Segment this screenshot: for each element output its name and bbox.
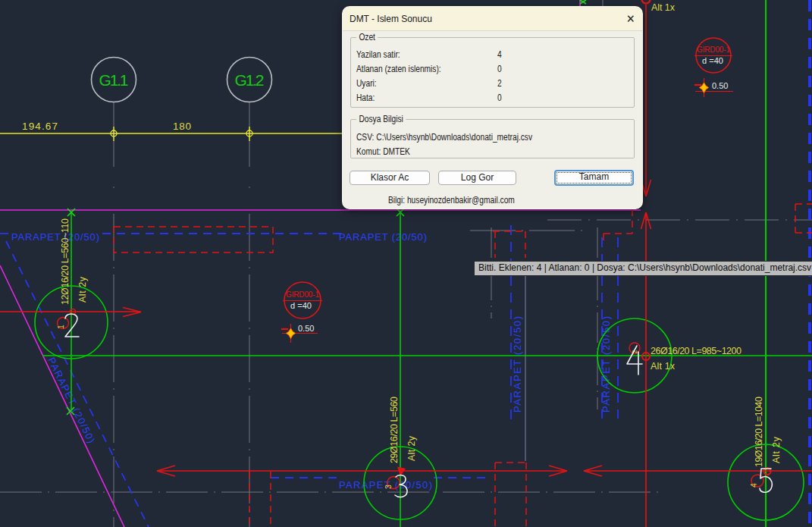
svg-text:PARAPET (20/50): PARAPET (20/50) xyxy=(512,316,523,413)
svg-text:GIRD00-1: GIRD00-1 xyxy=(697,45,730,54)
svg-text:Alt 2y: Alt 2y xyxy=(771,436,782,463)
svg-text:194.67: 194.67 xyxy=(22,121,58,132)
svg-text:G1.2: G1.2 xyxy=(235,71,265,89)
svg-text:GIRD00-1: GIRD00-1 xyxy=(286,290,319,299)
svg-text:Alt 1x: Alt 1x xyxy=(651,2,676,13)
svg-text:12Ø16/20 L=560~110: 12Ø16/20 L=560~110 xyxy=(60,218,71,305)
svg-text:0.50: 0.50 xyxy=(298,324,314,333)
svg-text:0.50: 0.50 xyxy=(712,81,728,90)
svg-text:3: 3 xyxy=(384,485,393,489)
svg-text:4: 4 xyxy=(749,483,758,488)
svg-text:Alt 1x: Alt 1x xyxy=(651,361,676,372)
svg-text:d =40: d =40 xyxy=(702,56,723,65)
svg-text:d =40: d =40 xyxy=(290,301,312,310)
svg-text:PARAPET (20/50): PARAPET (20/50) xyxy=(339,231,427,243)
svg-text:26Ø16/20 L=985~1200: 26Ø16/20 L=985~1200 xyxy=(651,346,741,356)
svg-text:1: 1 xyxy=(56,325,65,329)
svg-text:PARAPET (20/50): PARAPET (20/50) xyxy=(600,316,612,413)
svg-text:180: 180 xyxy=(173,121,191,132)
svg-text:PARAPET (20/50): PARAPET (20/50) xyxy=(11,231,99,243)
svg-text:29Ø16/20 L=560: 29Ø16/20 L=560 xyxy=(389,397,400,463)
svg-text:Alt 2y: Alt 2y xyxy=(77,276,88,303)
svg-text:G1.1: G1.1 xyxy=(99,71,129,89)
svg-text:Alt 2y: Alt 2y xyxy=(406,435,417,461)
svg-text:19Ø16/20 L=1040: 19Ø16/20 L=1040 xyxy=(754,397,764,467)
